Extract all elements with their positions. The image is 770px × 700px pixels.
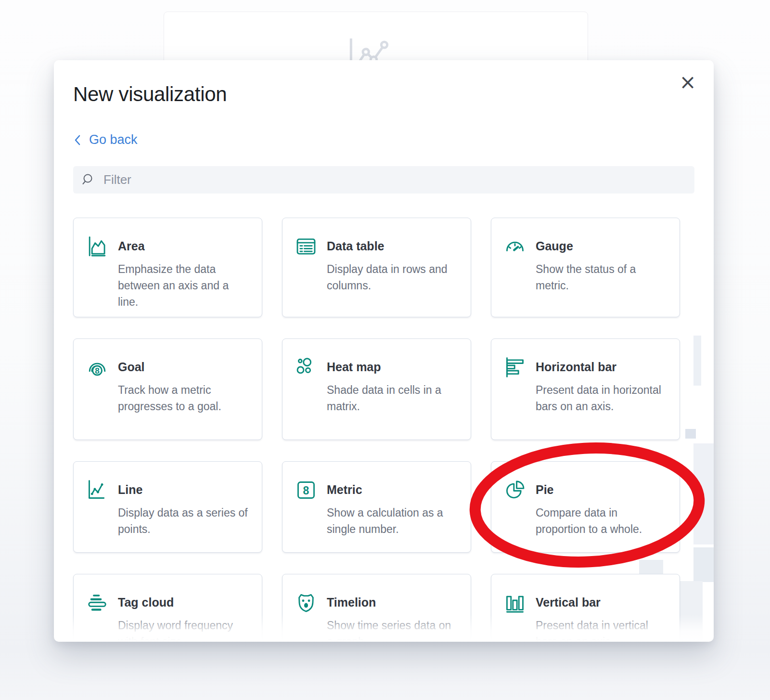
background-artifact: [693, 336, 701, 386]
viz-card-title: Data table: [327, 239, 460, 253]
horizontal-bar-icon: [504, 356, 526, 378]
viz-card-pie[interactable]: Pie Compare data in proportion to a whol…: [491, 461, 680, 553]
viz-card-heat-map[interactable]: Heat map Shade data in cells in a matrix…: [282, 338, 471, 440]
viz-card-title: Pie: [536, 482, 669, 497]
close-icon[interactable]: ×: [676, 71, 699, 94]
viz-card-description: Compare data in proportion to a whole.: [536, 505, 669, 537]
go-back-label: Go back: [89, 132, 138, 147]
viz-card-description: Show a calculation as a single number.: [327, 505, 460, 537]
vertical-bar-icon: [504, 592, 526, 614]
viz-card-description: Emphasize the data between an axis and a…: [118, 261, 251, 310]
viz-card-title: Vertical bar: [536, 595, 669, 609]
goal-icon: 8: [86, 356, 108, 378]
viz-card-description: Present data in vertical bars on an axis…: [536, 617, 669, 642]
viz-card-horizontal-bar[interactable]: Horizontal bar Present data in horizonta…: [491, 338, 680, 440]
area-chart-icon: [86, 235, 108, 258]
data-table-icon: [295, 235, 317, 258]
heat-map-icon: [295, 356, 317, 378]
viz-card-timelion[interactable]: Timelion Show time series data on a grap…: [282, 574, 471, 642]
viz-card-title: Timelion: [327, 595, 460, 609]
chevron-left-icon: [73, 134, 82, 146]
viz-card-title: Heat map: [327, 360, 460, 374]
viz-card-title: Goal: [118, 360, 251, 374]
filter-search-bar: [73, 166, 694, 194]
viz-card-description: Shade data in cells in a matrix.: [327, 382, 460, 415]
filter-input[interactable]: [103, 166, 686, 194]
viz-card-description: Display data in rows and columns.: [327, 261, 460, 294]
viz-card-vertical-bar[interactable]: Vertical bar Present data in vertical ba…: [491, 574, 680, 642]
viz-card-tag-cloud[interactable]: Tag cloud Display word frequency with fo…: [73, 574, 262, 642]
viz-card-area[interactable]: Area Emphasize the data between an axis …: [73, 218, 262, 317]
svg-text:8: 8: [303, 484, 309, 496]
viz-card-metric[interactable]: 8 Metric Show a calculation as a single …: [282, 461, 471, 553]
page-title: New visualization: [73, 82, 694, 106]
line-chart-icon: [86, 479, 108, 501]
viz-card-gauge[interactable]: Gauge Show the status of a metric.: [491, 218, 680, 317]
viz-card-description: Show time series data on a graph.: [327, 617, 460, 642]
viz-card-description: Display data as a series of points.: [118, 505, 251, 537]
gauge-icon: [504, 235, 526, 258]
viz-card-data-table[interactable]: Data table Display data in rows and colu…: [282, 218, 471, 317]
viz-card-description: Display word frequency with font size.: [118, 617, 251, 642]
tag-cloud-icon: [86, 592, 108, 614]
viz-card-description: Track how a metric progresses to a goal.: [118, 382, 251, 415]
viz-card-description: Show the status of a metric.: [536, 261, 669, 294]
viz-card-title: Horizontal bar: [536, 360, 669, 374]
viz-card-title: Tag cloud: [118, 595, 251, 609]
background-artifact: [693, 547, 714, 582]
viz-card-title: Area: [118, 239, 251, 253]
pie-chart-icon: [504, 479, 526, 501]
viz-card-goal[interactable]: 8 Goal Track how a metric progresses to …: [73, 338, 262, 440]
search-icon: [81, 173, 95, 186]
viz-card-title: Line: [118, 482, 251, 497]
metric-icon: 8: [295, 479, 317, 501]
timelion-icon: [295, 592, 317, 614]
go-back-link[interactable]: Go back: [73, 132, 138, 147]
visualization-type-grid: Area Emphasize the data between an axis …: [73, 218, 694, 642]
background-artifact: [693, 443, 714, 544]
viz-card-line[interactable]: Line Display data as a series of points.: [73, 461, 262, 553]
viz-card-title: Metric: [327, 482, 460, 497]
new-visualization-modal: × New visualization Go back: [54, 60, 714, 642]
viz-card-title: Gauge: [536, 239, 669, 253]
svg-text:8: 8: [95, 365, 100, 375]
viz-card-description: Present data in horizontal bars on an ax…: [536, 382, 669, 415]
